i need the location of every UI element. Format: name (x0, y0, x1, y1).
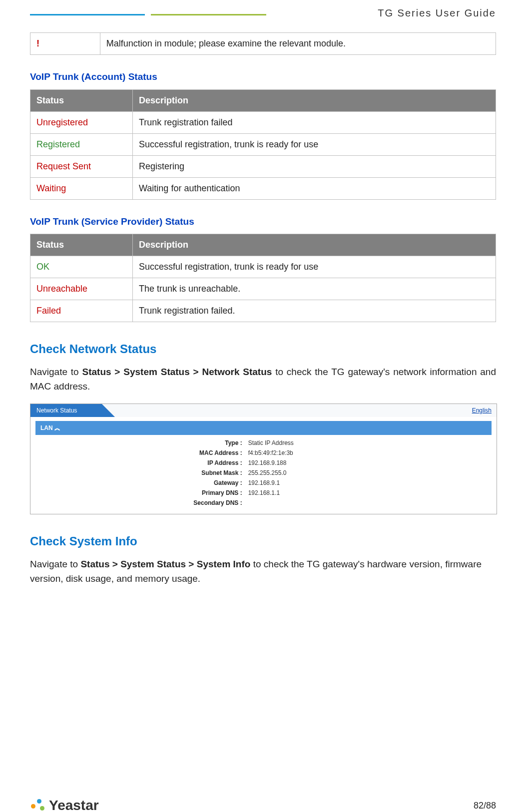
table-row: Unreachable The trunk is unreachable. (30, 278, 496, 300)
field-value: 255.255.255.0 (245, 468, 497, 478)
text: Navigate to (30, 559, 80, 569)
col-header-status: Status (30, 234, 133, 256)
col-header-description: Description (133, 89, 496, 111)
status-value: Waiting (36, 183, 66, 193)
status-value: Request Sent (36, 161, 91, 171)
table-row: Request Sent Registering (30, 155, 496, 177)
status-desc: Trunk registration failed. (133, 300, 496, 322)
network-status-panel: Network Status English LAN ︽ Type :Stati… (30, 404, 497, 514)
brand-name: Yeastar (49, 795, 99, 812)
logo-icon (30, 798, 45, 812)
status-desc: Successful registration, trunk is ready … (133, 256, 496, 278)
network-fields: Type :Static IP Address MAC Address :f4:… (30, 435, 497, 514)
field-label: MAC Address : (30, 448, 245, 458)
field-label: Subnet Mask : (30, 468, 245, 478)
table-row: Waiting Waiting for authentication (30, 177, 496, 199)
breadcrumb-path: Status > System Status > System Info (80, 559, 250, 569)
text: Navigate to (30, 367, 82, 377)
field-value: Static IP Address (245, 438, 497, 448)
section-account-status-title: VoIP Trunk (Account) Status (30, 70, 496, 84)
status-value: Failed (36, 306, 61, 316)
heading-system-info: Check System Info (30, 532, 496, 550)
status-value: Registered (36, 139, 80, 149)
col-header-status: Status (30, 89, 133, 111)
malfunction-table: ! Malfunction in module; please examine … (30, 32, 496, 55)
page-footer: Yeastar 82/88 (30, 795, 496, 812)
table-row: Failed Trunk registration failed. (30, 300, 496, 322)
doc-header-title: TG Series User Guide (30, 5, 496, 20)
field-value: 192.168.1.1 (245, 488, 497, 498)
table-row: Unregistered Trunk registration failed (30, 111, 496, 133)
status-value: OK (36, 262, 49, 272)
field-label: IP Address : (30, 458, 245, 468)
account-status-table: Status Description Unregistered Trunk re… (30, 89, 496, 200)
heading-network-status: Check Network Status (30, 340, 496, 358)
field-value (245, 498, 497, 508)
status-desc: Trunk registration failed (133, 111, 496, 133)
section-service-provider-title: VoIP Trunk (Service Provider) Status (30, 215, 496, 229)
field-label: Primary DNS : (30, 488, 245, 498)
status-value: Unregistered (36, 117, 88, 127)
malfunction-text: Malfunction in module; please examine th… (100, 33, 496, 55)
breadcrumb-path: Status > System Status > Network Status (82, 367, 272, 377)
table-row: Registered Successful registration, trun… (30, 133, 496, 155)
panel-tab[interactable]: Network Status (30, 404, 102, 417)
lan-section-header[interactable]: LAN ︽ (35, 421, 492, 435)
status-desc: Waiting for authentication (133, 177, 496, 199)
field-value: 192.168.9.1 (245, 478, 497, 488)
status-desc: The trunk is unreachable. (133, 278, 496, 300)
brand-logo: Yeastar (30, 795, 99, 812)
status-desc: Successful registration, trunk is ready … (133, 133, 496, 155)
language-link[interactable]: English (472, 406, 492, 415)
netstatus-paragraph: Navigate to Status > System Status > Net… (30, 365, 496, 394)
field-label: Gateway : (30, 478, 245, 488)
page-number: 82/88 (474, 799, 496, 812)
table-row: OK Successful registration, trunk is rea… (30, 256, 496, 278)
field-value: f4:b5:49:f2:1e:3b (245, 448, 497, 458)
field-value: 192.168.9.188 (245, 458, 497, 468)
status-value: Unreachable (36, 284, 87, 294)
sysinfo-paragraph: Navigate to Status > System Status > Sys… (30, 557, 496, 586)
warning-icon: ! (36, 38, 39, 48)
service-provider-status-table: Status Description OK Successful registr… (30, 234, 496, 322)
status-desc: Registering (133, 155, 496, 177)
field-label: Type : (30, 438, 245, 448)
field-label: Secondary DNS : (30, 498, 245, 508)
col-header-description: Description (133, 234, 496, 256)
